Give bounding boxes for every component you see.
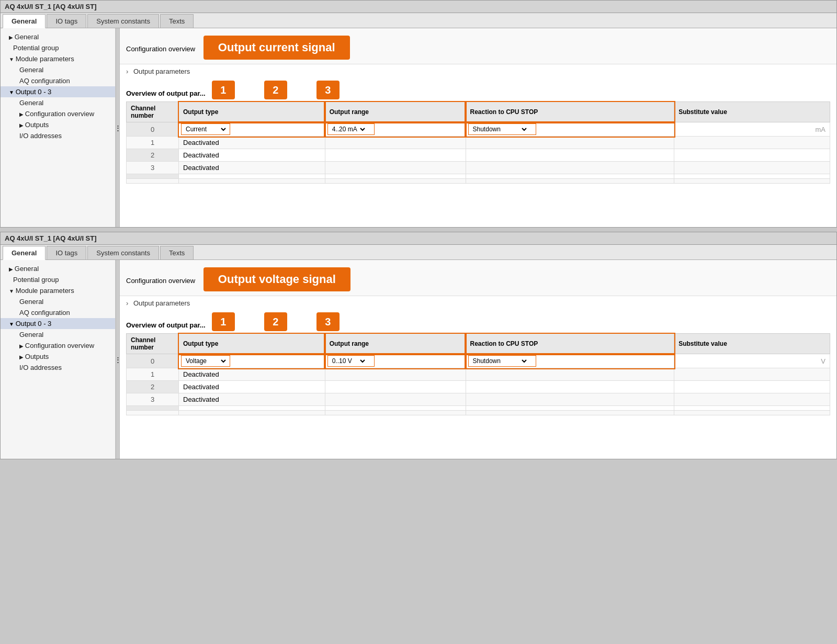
col-outputtype-top: Output type (179, 102, 325, 122)
outputrange-2-bottom (325, 381, 466, 393)
tab-iotags-top[interactable]: IO tags (47, 14, 86, 28)
col-reaction-bottom: Reaction to CPU STOP (466, 334, 674, 354)
sidebar-item-outputs[interactable]: Outputs (1, 119, 115, 130)
sidebar-item-moduleparams-b[interactable]: Module parameters (1, 285, 115, 296)
badge-2-top: 2 (264, 81, 287, 99)
sidebar-item-output03-b[interactable]: Output 0 - 3 (1, 318, 115, 329)
overview-table-top: Channel number Output type Output range … (126, 101, 830, 184)
sidebar-item-potential[interactable]: Potential group (1, 42, 115, 53)
sidebar-item-general3-b[interactable]: General (1, 329, 115, 340)
table-row: 2 Deactivated (127, 149, 830, 162)
table-row: 2 Deactivated (127, 381, 830, 393)
reaction-2-bottom (466, 381, 674, 393)
col-substitute-bottom: Substitute value (674, 334, 830, 354)
outputrange-0-top: 4..20 mA 0..20 mA (325, 122, 466, 137)
channel-empty2-top (127, 179, 179, 184)
outputtype-0-top: Current Voltage Deactivated (179, 122, 325, 137)
signal-banner-bottom: Output voltage signal (203, 267, 350, 291)
channel-3-top: 3 (127, 162, 179, 174)
tab-sysconstants-top[interactable]: System constants (87, 14, 159, 28)
sidebar-item-general2-b[interactable]: General (1, 296, 115, 307)
sidebar-item-ioaddresses-b[interactable]: I/O addresses (1, 362, 115, 373)
channel-1-bottom: 1 (127, 368, 179, 381)
col-outputrange-bottom: Output range (325, 334, 466, 354)
outputrange-select-0-top[interactable]: 4..20 mA 0..20 mA (327, 123, 375, 135)
table-row: 3 Deactivated (127, 162, 830, 174)
reaction-0-bottom: Shutdown Keep last value (466, 354, 674, 368)
tab-iotags-bottom[interactable]: IO tags (47, 246, 86, 259)
col-substitute-top: Substitute value (674, 102, 830, 122)
tab-general-top[interactable]: General (3, 14, 46, 28)
overview-section-bottom: Overview of output par... 1 2 3 Channel … (120, 310, 836, 417)
output-params-row-bottom: › Output parameters (120, 296, 836, 310)
reaction-0-top: Shutdown Keep last value (466, 122, 674, 137)
sidebar-item-aqconfig-b[interactable]: AQ configuration (1, 307, 115, 318)
sidebar-item-aqconfig[interactable]: AQ configuration (1, 75, 115, 86)
table-row-empty (127, 406, 830, 411)
reaction-2-top (466, 149, 674, 162)
outputrange-dropdown-0-top[interactable]: 4..20 mA 0..20 mA (330, 125, 367, 133)
sidebar-item-outputs-b[interactable]: Outputs (1, 351, 115, 362)
sidebar-item-ioaddresses[interactable]: I/O addresses (1, 130, 115, 141)
outputtype-dropdown-0-top[interactable]: Current Voltage Deactivated (184, 125, 228, 133)
main-content-bottom: Configuration overview Output voltage si… (120, 260, 836, 459)
channel-empty2-bottom (127, 411, 179, 415)
outputtype-dropdown-0-bottom[interactable]: Voltage Current Deactivated (184, 357, 228, 365)
outputtype-select-0-bottom[interactable]: Voltage Current Deactivated (181, 355, 230, 367)
tab-texts-top[interactable]: Texts (160, 14, 194, 28)
outputrange-select-0-bottom[interactable]: 0..10 V -10..10 V (327, 355, 375, 367)
tab-sysconstants-bottom[interactable]: System constants (87, 246, 159, 259)
sidebar-splitter-top[interactable]: ⋮ (116, 28, 120, 227)
panel-bottom-body: General Potential group Module parameter… (1, 260, 836, 459)
sidebar-item-potential-b[interactable]: Potential group (1, 274, 115, 285)
reaction-dropdown-0-top[interactable]: Shutdown Keep last value (471, 125, 528, 133)
tab-general-bottom[interactable]: General (3, 246, 46, 260)
panel-top-title: AQ 4xU/I ST_1 [AQ 4xU/I ST] (1, 1, 836, 13)
channel-empty1-bottom (127, 406, 179, 411)
sidebar-item-moduleparams[interactable]: Module parameters (1, 53, 115, 64)
unit-2-bottom (674, 381, 830, 393)
table-row: 3 Deactivated (127, 393, 830, 406)
unit-3-top (674, 162, 830, 174)
output-params-arrow-top: › (126, 67, 128, 75)
outputrange-dropdown-0-bottom[interactable]: 0..10 V -10..10 V (330, 357, 367, 365)
table-row: 1 Deactivated (127, 368, 830, 381)
unit-1-bottom (674, 368, 830, 381)
sidebar-item-general-b[interactable]: General (1, 263, 115, 274)
main-content-top: Configuration overview Output current si… (120, 28, 836, 227)
channel-empty1-top (127, 174, 179, 179)
outputrange-0-bottom: 0..10 V -10..10 V (325, 354, 466, 368)
unit-0-top: mA (674, 122, 830, 137)
table-row: 1 Deactivated (127, 137, 830, 149)
reaction-select-0-top[interactable]: Shutdown Keep last value (468, 123, 536, 135)
col-outputrange-top: Output range (325, 102, 466, 122)
badge-2-bottom: 2 (264, 312, 287, 331)
sidebar-splitter-bottom[interactable]: ⋮ (116, 260, 120, 459)
table-row-empty (127, 179, 830, 184)
reaction-3-top (466, 162, 674, 174)
channel-3-bottom: 3 (127, 393, 179, 406)
reaction-dropdown-0-bottom[interactable]: Shutdown Keep last value (471, 357, 528, 365)
sidebar-item-configoverview-b[interactable]: Configuration overview (1, 340, 115, 351)
tab-texts-bottom[interactable]: Texts (160, 246, 194, 259)
overview-title-bottom: Overview of output par... (126, 319, 206, 331)
overview-section-top: Overview of output par... 1 2 3 Channel … (120, 78, 836, 186)
sidebar-item-output03[interactable]: Output 0 - 3 (1, 86, 115, 97)
config-header-top: Configuration overview Output current si… (120, 28, 836, 64)
sidebar-item-general2[interactable]: General (1, 64, 115, 75)
signal-banner-top: Output current signal (203, 36, 350, 60)
sidebar-item-general3[interactable]: General (1, 97, 115, 108)
output-params-arrow-bottom: › (126, 299, 128, 307)
reaction-select-0-bottom[interactable]: Shutdown Keep last value (468, 355, 536, 367)
table-row-empty (127, 411, 830, 415)
outputtype-0-bottom: Voltage Current Deactivated (179, 354, 325, 368)
table-row: 0 Current Voltage Deactivated (127, 122, 830, 137)
outputtype-select-0-top[interactable]: Current Voltage Deactivated (181, 123, 230, 135)
config-header-bottom: Configuration overview Output voltage si… (120, 260, 836, 296)
panel-top: AQ 4xU/I ST_1 [AQ 4xU/I ST] General IO t… (0, 0, 837, 228)
outputrange-2-top (325, 149, 466, 162)
tabs-row-top: General IO tags System constants Texts (1, 13, 836, 28)
sidebar-item-general[interactable]: General (1, 31, 115, 42)
sidebar-item-configoverview[interactable]: Configuration overview (1, 108, 115, 119)
outputtype-3-bottom: Deactivated (179, 393, 325, 406)
